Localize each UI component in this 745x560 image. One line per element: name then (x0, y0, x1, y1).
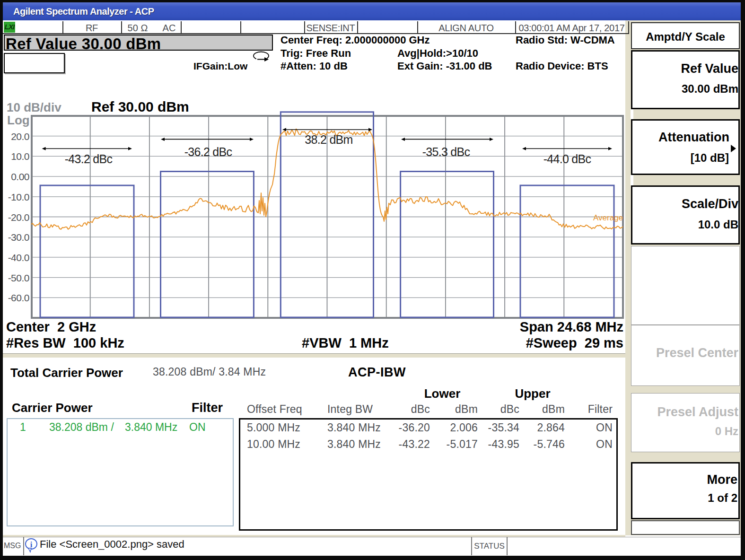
svg-text:i: i (30, 540, 33, 549)
